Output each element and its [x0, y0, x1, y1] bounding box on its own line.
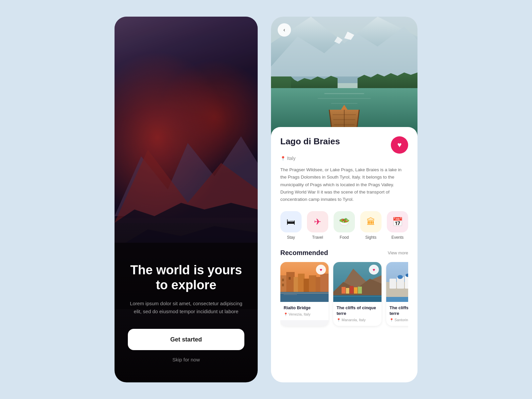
food-icon-wrap: 🥗	[334, 211, 355, 232]
category-stay[interactable]: 🛏 Stay	[280, 211, 302, 240]
events-label: Events	[392, 235, 404, 240]
place-description: The Pragser Wildsee, or Lake Prags, Lake…	[280, 166, 408, 203]
rec-card-cinque1-info: The cliffs of cinque terre 📍 Manarola, I…	[333, 302, 382, 326]
rec-card-cinque2-name: The cliffs of cinque terre	[390, 305, 408, 317]
sights-label: Sights	[365, 235, 376, 240]
svg-rect-47	[354, 287, 358, 294]
category-events[interactable]: 📅 Events	[387, 211, 408, 240]
rec-card-cinque2-location: 📍 Santorini, Greece	[390, 318, 408, 322]
left-content: The world is yours to explore Lorem ipsu…	[115, 263, 258, 362]
svg-rect-50	[333, 296, 382, 297]
stay-label: Stay	[287, 235, 295, 240]
categories-row: 🛏 Stay ✈ Travel 🥗 Food 🏛 Sight	[280, 211, 408, 240]
svg-rect-53	[390, 279, 396, 289]
heart-icon: ♥	[397, 141, 401, 149]
stay-icon: 🛏	[287, 217, 295, 227]
place-name: Lago di Braies	[280, 136, 340, 147]
back-chevron-icon: ‹	[283, 27, 285, 33]
rec-card-cinque1-location: 📍 Manarola, Italy	[337, 318, 378, 322]
svg-rect-14	[324, 93, 364, 94]
svg-rect-15	[318, 98, 371, 99]
recommended-header: Recommended View more	[280, 249, 408, 257]
pin-icon: 📍	[280, 156, 286, 161]
rec-card-cinque1-name: The cliffs of cinque terre	[337, 305, 378, 317]
skip-button[interactable]: Skip for now	[172, 357, 200, 362]
pin-icon-small3: 📍	[390, 318, 394, 322]
recommended-cards: ♥ Rialto Bridge 📍 Venezia, Italy	[280, 262, 408, 331]
food-icon: 🥗	[339, 217, 350, 227]
rec-card-rialto-location: 📍 Venezia, Italy	[284, 312, 325, 316]
back-button[interactable]: ‹	[278, 23, 291, 37]
place-location: 📍 Italy	[280, 156, 408, 161]
rec-card-rialto[interactable]: ♥ Rialto Bridge 📍 Venezia, Italy	[280, 262, 329, 326]
food-label: Food	[340, 235, 349, 240]
rec-card-rialto-info: Rialto Bridge 📍 Venezia, Italy	[280, 302, 329, 320]
events-icon-wrap: 📅	[387, 211, 408, 232]
rec-card-cinque2-info: The cliffs of cinque terre 📍 Santorini, …	[386, 302, 408, 326]
svg-rect-62	[386, 297, 408, 302]
svg-rect-16	[331, 103, 358, 104]
rec-card-cinque2-image: ♥	[386, 262, 408, 302]
place-header: Lago di Braies ♥	[280, 136, 408, 154]
travel-icon-wrap: ✈	[307, 211, 328, 232]
category-sights[interactable]: 🏛 Sights	[360, 211, 382, 240]
svg-rect-45	[346, 288, 349, 294]
svg-rect-35	[282, 279, 284, 281]
rec-card-cinque1[interactable]: ♥ The cliffs of cinque terre 📍 Manarola,…	[333, 262, 382, 326]
svg-rect-36	[282, 284, 284, 286]
pin-icon-small: 📍	[284, 313, 288, 316]
category-food[interactable]: 🥗 Food	[334, 211, 355, 240]
right-panel: ‹ Lago di Braies ♥ 📍 Italy The Pragser W…	[271, 17, 417, 382]
rec-card-rialto-name: Rialto Bridge	[284, 305, 325, 311]
sights-icon-wrap: 🏛	[360, 211, 382, 232]
svg-point-59	[398, 275, 403, 279]
svg-rect-40	[284, 294, 297, 295]
left-title: The world is yours to explore	[128, 263, 244, 293]
rec-card-rialto-image: ♥	[280, 262, 329, 302]
left-panel: The world is yours to explore Lorem ipsu…	[115, 17, 258, 382]
travel-icon: ✈	[314, 217, 321, 227]
travel-label: Travel	[312, 235, 323, 240]
place-country: Italy	[287, 156, 296, 161]
svg-rect-46	[350, 286, 354, 294]
left-subtitle: Lorem ipsum dolor sit amet, consectetur …	[128, 300, 244, 316]
sights-icon: 🏛	[367, 217, 375, 227]
get-started-button[interactable]: Get started	[128, 329, 244, 350]
view-more-button[interactable]: View more	[388, 250, 408, 255]
right-content: Lago di Braies ♥ 📍 Italy The Pragser Wil…	[271, 127, 417, 382]
favorite-button[interactable]: ♥	[391, 136, 408, 154]
svg-rect-55	[405, 275, 408, 289]
svg-rect-39	[280, 293, 329, 294]
svg-rect-48	[358, 287, 362, 294]
pin-icon-small2: 📍	[337, 318, 341, 322]
category-travel[interactable]: ✈ Travel	[307, 211, 328, 240]
recommended-title: Recommended	[280, 249, 328, 257]
svg-rect-37	[289, 277, 291, 280]
stay-icon-wrap: 🛏	[280, 211, 302, 232]
events-icon: 📅	[392, 217, 403, 227]
rec-card-cinque2[interactable]: ♥ The cliffs of cinque terre 📍 Santorini…	[386, 262, 408, 326]
hero-image: ‹	[271, 17, 417, 136]
svg-rect-44	[342, 287, 346, 294]
rec-card-cinque1-image: ♥	[333, 262, 382, 302]
cinque2-img-svg	[386, 262, 408, 302]
hero-scene-svg	[271, 17, 417, 136]
